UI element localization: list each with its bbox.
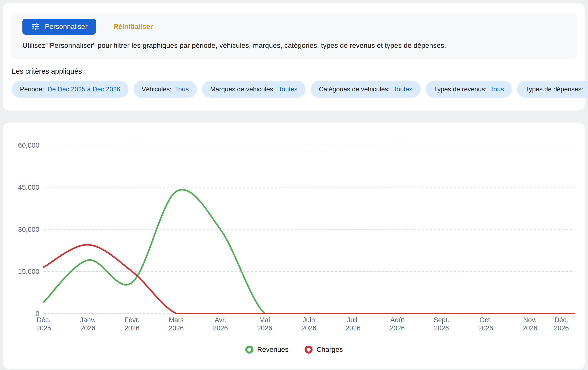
x-tick-label: Nov.2026 (522, 316, 537, 332)
dashboard-page: Personnaliser Réinitialiser Utilisez "Pe… (0, 0, 588, 370)
filter-chip-label: Catégories de véhicules: (319, 85, 390, 93)
legend-ring-icon (305, 346, 313, 354)
y-tick-label: 45,000 (18, 184, 39, 191)
filter-chip-label: Types de dépenses: (525, 85, 583, 93)
legend-item-charges[interactable]: Charges (305, 346, 343, 354)
filter-chip-periode: Période:De Dec 2025 à Dec 2026 (12, 81, 129, 98)
filter-chip-value: Tous (587, 85, 588, 93)
x-tick-label: Déc.2026 (554, 316, 569, 332)
filter-chip-categories-de-vehicules: Catégories de véhicules:Toutes (311, 81, 420, 98)
reinitialiser-link[interactable]: Réinitialiser (113, 23, 153, 31)
filter-chip-value: Toutes (278, 85, 298, 93)
legend-item-revenues[interactable]: Revenues (245, 346, 289, 354)
filter-chip-value: Tous (490, 85, 504, 93)
legend-ring-icon (245, 346, 253, 354)
charges-line (44, 245, 574, 313)
y-tick-label: 30,000 (18, 226, 39, 233)
personnaliser-button[interactable]: Personnaliser (22, 19, 96, 35)
filter-chip-label: Marques de véhicules: (210, 85, 275, 93)
criteria-chips: Période:De Dec 2025 à Dec 2026Véhicules:… (12, 81, 581, 98)
filter-chip-marques-de-vehicules: Marques de véhicules:Toutes (202, 81, 306, 98)
filter-chip-label: Période: (20, 85, 44, 93)
x-tick-label: Déc.2025 (36, 316, 51, 332)
legend-label: Charges (317, 346, 343, 354)
x-tick-label: Avr.2026 (213, 316, 228, 332)
filter-chip-vehicules: Véhicules:Tous (133, 81, 197, 98)
filter-chip-types-de-revenus: Types de revenus:Tous (426, 81, 512, 98)
filter-description: Utilisez "Personnaliser" pour filtrer le… (22, 42, 566, 50)
legend-label: Revenues (257, 346, 289, 354)
criteria-heading: Les critères appliqués : (12, 67, 86, 75)
x-tick-label: Mars2026 (169, 316, 184, 332)
line-chart: 60,00045,00030,00015,0000Déc.2025Janv.20… (3, 123, 585, 369)
y-tick-label: 60,000 (18, 141, 39, 149)
x-tick-label: Sept.2026 (434, 316, 449, 332)
filter-toolbar-panel: Personnaliser Réinitialiser Utilisez "Pe… (11, 12, 577, 59)
x-tick-label: Août2026 (390, 316, 405, 332)
x-tick-label: Janv.2026 (80, 316, 96, 332)
chart-card: 60,00045,00030,00015,0000Déc.2025Janv.20… (3, 123, 585, 369)
personnaliser-button-label: Personnaliser (45, 23, 87, 31)
x-tick-label: Févr.2026 (125, 316, 139, 332)
revenues-line (44, 190, 574, 313)
x-tick-label: Juil.2026 (345, 316, 360, 332)
filters-card: Personnaliser Réinitialiser Utilisez "Pe… (3, 3, 585, 111)
filter-chip-value: Tous (175, 85, 189, 93)
y-tick-label: 15,000 (18, 268, 39, 275)
chart-legend: RevenuesCharges (3, 346, 585, 354)
tune-icon (31, 22, 40, 31)
filter-chip-label: Types de revenus: (434, 85, 487, 93)
filter-chip-types-de-depenses: Types de dépenses:Tous (517, 81, 588, 98)
filter-chip-value: Toutes (393, 85, 412, 93)
x-tick-label: Juin2026 (301, 316, 316, 332)
x-tick-label: Oct.2026 (478, 316, 493, 332)
x-tick-label: Mai2026 (257, 316, 272, 332)
filter-chip-label: Véhicules: (142, 85, 172, 93)
filter-chip-value: De Dec 2025 à Dec 2026 (48, 85, 120, 93)
